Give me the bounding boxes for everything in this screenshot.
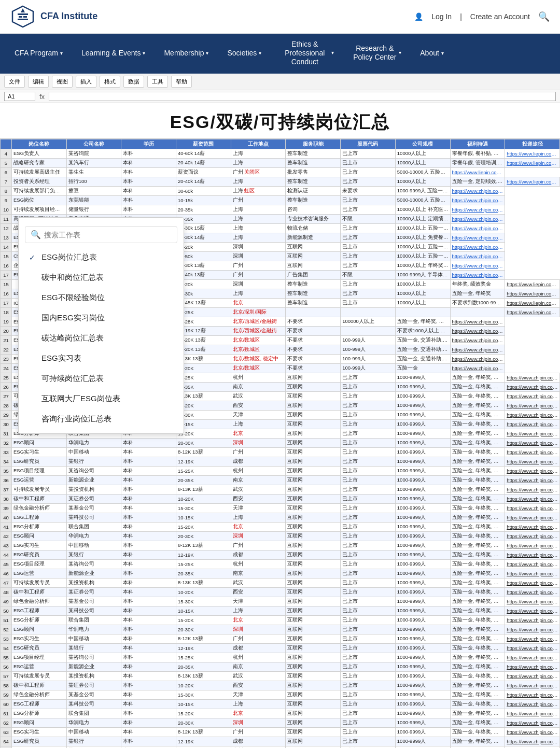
table-cell[interactable]: https://www.zhipin.com/job/...: [505, 728, 560, 737]
nav-item-research[interactable]: Research & Policy Center ▾: [343, 34, 411, 74]
table-cell[interactable]: https://www.zhipin.com/job/...: [505, 476, 560, 485]
table-cell[interactable]: https://www.zhipin.com/job/...: [505, 681, 560, 690]
dropdown-sheet-item[interactable]: 国内ESG实习岗位: [19, 308, 184, 328]
table-cell[interactable]: https://www.zhipin.com/job/...: [505, 616, 560, 625]
table-cell[interactable]: https://www.zhipin.com/job/...: [505, 392, 560, 401]
nav-item-societies[interactable]: Societies ▾: [218, 34, 271, 74]
table-cell[interactable]: https://www.liepin.com/job...: [450, 168, 505, 177]
table-cell[interactable]: https://www.zhipin.com/job/...: [505, 429, 560, 439]
table-cell: 20-40k 14薪: [176, 177, 231, 187]
table-cell[interactable]: https://www.zhipin.com/job...: [450, 187, 505, 196]
create-account-link[interactable]: Create an Account: [470, 12, 530, 21]
table-cell: 南京: [231, 476, 286, 485]
table-cell[interactable]: https://www.zhipin.com/job...: [450, 215, 505, 224]
dropdown-sheet-item[interactable]: 咨询行业岗位汇总表: [19, 409, 184, 429]
table-cell[interactable]: https://www.zhipin.com/job/...: [505, 401, 560, 411]
table-cell[interactable]: https://www.zhipin.com/job/...: [505, 448, 560, 457]
table-cell[interactable]: https://www.zhipin.com/job...: [450, 364, 505, 373]
dropdown-sheet-item[interactable]: 互联网大厂ESG岗位表: [19, 389, 184, 409]
table-cell: 成都: [231, 457, 286, 467]
table-cell[interactable]: https://www.zhipin.com/job/...: [505, 634, 560, 644]
table-cell[interactable]: https://www.zhipin.com/job/...: [505, 383, 560, 392]
table-cell[interactable]: https://www.liepin.com/job...: [505, 289, 560, 299]
table-cell[interactable]: https://www.liepin.com/job...: [505, 177, 560, 187]
dropdown-sheet-item[interactable]: 碳中和岗位汇总表: [19, 267, 184, 288]
table-cell[interactable]: https://www.zhipin.com/job...: [450, 327, 505, 336]
table-cell[interactable]: https://www.zhipin.com/job...: [450, 317, 505, 327]
nav-item-ethics[interactable]: Ethics & Professional Conduct ▾: [271, 34, 343, 74]
sheet-search-input[interactable]: [44, 231, 172, 239]
table-cell[interactable]: https://www.zhipin.com/job...: [450, 233, 505, 243]
toolbar-file[interactable]: 文件: [4, 76, 25, 88]
table-cell[interactable]: https://www.zhipin.com/job/...: [505, 560, 560, 569]
table-cell[interactable]: https://www.zhipin.com/job/...: [505, 411, 560, 420]
table-cell[interactable]: https://www.zhipin.com/job/...: [505, 532, 560, 541]
table-cell[interactable]: https://www.zhipin.com/job/...: [505, 578, 560, 588]
dropdown-search-bar[interactable]: 🔍: [25, 226, 177, 243]
dropdown-sheet-item[interactable]: 可持续岗位汇总表: [19, 369, 184, 389]
table-cell[interactable]: https://www.zhipin.com/job/...: [505, 485, 560, 495]
table-cell[interactable]: https://www.liepin.com/job...: [505, 299, 560, 308]
table-cell[interactable]: https://www.zhipin.com/job/...: [505, 662, 560, 672]
table-cell[interactable]: https://www.zhipin.com/job/...: [505, 625, 560, 634]
table-cell[interactable]: https://www.liepin.com/job...: [505, 149, 560, 159]
table-cell[interactable]: https://www.zhipin.com/job/...: [505, 504, 560, 513]
table-cell[interactable]: https://www.zhipin.com/job/...: [505, 569, 560, 578]
toolbar-edit[interactable]: 编辑: [28, 76, 49, 88]
table-cell[interactable]: https://www.zhipin.com/job...: [450, 205, 505, 215]
table-cell[interactable]: https://www.zhipin.com/job...: [450, 271, 505, 280]
table-cell[interactable]: https://www.zhipin.com/job/...: [505, 513, 560, 523]
toolbar-view[interactable]: 视图: [52, 76, 73, 88]
table-cell[interactable]: https://www.liepin.com/job...: [505, 280, 560, 289]
table-cell[interactable]: https://www.zhipin.com/job/...: [505, 737, 560, 746]
table-cell: ESG负责人: [12, 149, 67, 159]
toolbar-insert[interactable]: 插入: [76, 76, 96, 88]
cell-reference[interactable]: [4, 92, 35, 101]
table-cell[interactable]: https://www.zhipin.com/job/...: [505, 606, 560, 616]
table-cell[interactable]: https://www.zhipin.com/job...: [450, 224, 505, 233]
table-cell[interactable]: https://www.zhipin.com/job/...: [505, 457, 560, 467]
table-cell[interactable]: https://www.zhipin.com/job...: [450, 243, 505, 252]
dropdown-sheet-item[interactable]: ESG不限经验岗位: [19, 288, 184, 308]
table-cell[interactable]: https://www.zhipin.com/job/...: [505, 467, 560, 476]
table-cell[interactable]: https://www.liepin.com/job...: [505, 308, 560, 317]
nav-item-membership[interactable]: Membership ▾: [155, 34, 218, 74]
table-cell[interactable]: https://www.zhipin.com/job/...: [505, 373, 560, 383]
dropdown-sheet-item[interactable]: 碳达峰岗位汇总表: [19, 328, 184, 348]
table-cell[interactable]: https://www.zhipin.com/job/...: [505, 439, 560, 448]
nav-item-learning[interactable]: Learning & Events ▾: [72, 34, 155, 74]
table-cell[interactable]: https://www.zhipin.com/job/...: [505, 653, 560, 662]
table-cell[interactable]: https://www.zhipin.com/job/...: [505, 541, 560, 551]
table-cell[interactable]: https://www.zhipin.com/job/...: [505, 718, 560, 728]
table-cell: 已上市: [341, 392, 396, 401]
dropdown-sheet-item[interactable]: ESG实习表: [19, 348, 184, 369]
table-cell[interactable]: https://www.zhipin.com/job...: [450, 261, 505, 271]
table-cell[interactable]: https://www.zhipin.com/job/...: [505, 597, 560, 606]
table-cell[interactable]: https://www.zhipin.com/job/...: [505, 551, 560, 560]
table-cell[interactable]: https://www.zhipin.com/job/...: [505, 672, 560, 681]
toolbar-format[interactable]: 格式: [100, 76, 120, 88]
table-cell[interactable]: https://www.zhipin.com/job...: [450, 355, 505, 364]
dropdown-sheet-item[interactable]: ✓ESG岗位汇总表: [19, 247, 184, 267]
table-cell[interactable]: https://www.zhipin.com/job...: [450, 252, 505, 261]
table-cell[interactable]: https://www.zhipin.com/job...: [450, 336, 505, 345]
nav-item-about[interactable]: About ▾: [411, 34, 453, 74]
toolbar-data[interactable]: 数据: [123, 76, 144, 88]
toolbar-help[interactable]: 帮助: [171, 76, 192, 88]
table-cell[interactable]: https://www.liepin.com/job...: [505, 159, 560, 168]
search-icon[interactable]: 🔍: [538, 11, 550, 22]
table-cell[interactable]: https://www.zhipin.com/job...: [450, 196, 505, 205]
table-cell[interactable]: https://www.zhipin.com/job...: [450, 345, 505, 355]
table-cell[interactable]: https://www.zhipin.com/job/...: [505, 588, 560, 597]
table-cell[interactable]: https://www.zhipin.com/job/...: [505, 644, 560, 653]
formula-input[interactable]: [49, 92, 556, 101]
table-cell[interactable]: https://www.zhipin.com/job/...: [505, 420, 560, 429]
nav-item-cfa[interactable]: CFA Program ▾: [5, 34, 72, 74]
table-cell[interactable]: https://www.zhipin.com/job/...: [505, 709, 560, 718]
toolbar-tools[interactable]: 工具: [147, 76, 168, 88]
login-link[interactable]: Log In: [431, 12, 452, 21]
table-cell[interactable]: https://www.zhipin.com/job/...: [505, 700, 560, 709]
table-cell[interactable]: https://www.zhipin.com/job/...: [505, 523, 560, 532]
table-cell[interactable]: https://www.zhipin.com/job/...: [505, 690, 560, 700]
table-cell[interactable]: https://www.zhipin.com/job/...: [505, 495, 560, 504]
